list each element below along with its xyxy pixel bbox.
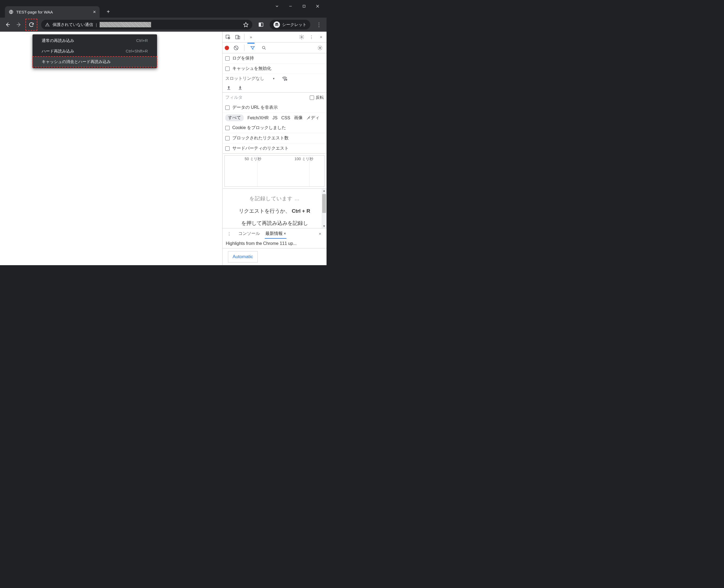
filter-all[interactable]: すべて (225, 114, 244, 121)
invert-checkbox[interactable]: 反転 (310, 95, 324, 100)
browser-menu-button[interactable]: ⋮ (314, 21, 324, 28)
throttling-label: スロットリングなし (225, 76, 264, 81)
incognito-badge[interactable]: シークレット (270, 20, 310, 29)
drawer-kebab-icon[interactable]: ⋮ (225, 229, 234, 238)
preserve-log-row[interactable]: ログを保持 (223, 53, 326, 64)
record-button[interactable] (225, 46, 229, 50)
ctx-normal-reload[interactable]: 通常の再読み込み Ctrl+R (33, 36, 157, 46)
filter-css[interactable]: CSS (281, 115, 290, 121)
titlebar: TEST-page for WAA × + (0, 0, 326, 18)
drawer-close-icon[interactable]: × (316, 229, 324, 238)
new-tab-button[interactable]: + (107, 9, 110, 15)
back-button[interactable] (3, 20, 13, 29)
browser-toolbar: 保護されていない通信 | シークレット ⋮ (0, 18, 326, 31)
panel-overflow-button[interactable]: » (247, 33, 255, 41)
har-import-export-row (223, 83, 326, 92)
bookmark-star-icon[interactable] (243, 22, 248, 27)
upload-icon[interactable] (226, 85, 231, 90)
ctx-empty-cache-hard-reload[interactable]: キャッシュの消去とハード再読み込み (33, 57, 157, 67)
timeline-overview[interactable]: 50 ミリ秒 100 ミリ秒 (223, 153, 326, 189)
network-conditions-icon[interactable] (282, 76, 287, 81)
dropdown-triangle-icon[interactable]: ▼ (273, 77, 275, 80)
filter-icon[interactable] (248, 44, 257, 52)
checkbox[interactable] (225, 136, 229, 141)
filter-fetch[interactable]: Fetch/XHR (247, 115, 268, 121)
side-panel-icon[interactable] (256, 20, 266, 29)
drawer-tab-whatsnew[interactable]: 最新情報× (265, 229, 286, 239)
minimize-button[interactable] (286, 2, 295, 10)
maximize-button[interactable] (300, 2, 308, 10)
svg-point-13 (284, 80, 285, 80)
search-icon[interactable] (260, 44, 268, 52)
close-icon[interactable]: × (284, 231, 286, 236)
svg-point-4 (275, 24, 277, 26)
blocked-cookies-row[interactable]: Cookie をブロックしました (223, 123, 326, 133)
settings-gear-icon[interactable] (297, 33, 306, 41)
device-toolbar-icon[interactable] (234, 33, 242, 41)
ctx-item-shortcut: Ctrl+R (136, 38, 148, 43)
svg-point-9 (301, 36, 302, 38)
drawer-tab-console[interactable]: コンソール (238, 229, 260, 239)
network-settings-gear-icon[interactable] (316, 44, 324, 52)
globe-icon (9, 9, 14, 14)
reload-button[interactable] (26, 20, 36, 29)
drawer-card-area: Automatic (223, 248, 326, 265)
filter-img[interactable]: 画像 (294, 115, 303, 121)
type-filter-row: すべて Fetch/XHR JS CSS 画像 メディ (223, 113, 326, 123)
address-bar[interactable]: 保護されていない通信 | (41, 20, 252, 29)
disable-cache-label: キャッシュを無効化 (232, 66, 271, 71)
blocked-requests-row[interactable]: ブロックされたリクエスト数 (223, 133, 326, 143)
invert-label: 反転 (316, 95, 324, 100)
clear-icon[interactable] (232, 44, 240, 52)
throttling-row[interactable]: スロットリングなし ▼ (223, 74, 326, 83)
browser-tab[interactable]: TEST-page for WAA × (5, 6, 100, 18)
ctx-hard-reload[interactable]: ハード再読み込み Ctrl+Shift+R (33, 46, 157, 57)
download-icon[interactable] (238, 85, 243, 90)
scrollbar[interactable]: ▲ ▼ (322, 189, 326, 228)
filter-row: フィルタ 反転 (223, 92, 326, 103)
svg-point-11 (262, 46, 265, 49)
third-party-row[interactable]: サードパーティのリクエスト (223, 143, 326, 153)
third-party-label: サードパーティのリクエスト (232, 146, 289, 151)
drawer-highlights: Highlights from the Chrome 111 up... (223, 239, 326, 248)
checkbox[interactable] (225, 106, 229, 110)
ctx-item-shortcut: Ctrl+Shift+R (126, 49, 148, 54)
svg-point-12 (320, 47, 321, 48)
placeholder-text: を押して再読み込みを記録し (223, 217, 326, 228)
disable-cache-row[interactable]: キャッシュを無効化 (223, 64, 326, 74)
drawer-card[interactable]: Automatic (228, 251, 258, 262)
content-area: 通常の再読み込み Ctrl+R ハード再読み込み Ctrl+Shift+R キャ… (0, 31, 326, 265)
ctx-item-label: キャッシュの消去とハード再読み込み (42, 59, 111, 64)
filter-js[interactable]: JS (273, 115, 278, 121)
devtools-close-icon[interactable]: × (317, 33, 325, 41)
svg-rect-16 (239, 89, 242, 90)
filter-input[interactable]: フィルタ (225, 95, 307, 100)
checkbox[interactable] (225, 126, 229, 130)
reload-context-menu: 通常の再読み込み Ctrl+R ハード再読み込み Ctrl+Shift+R キャ… (33, 34, 157, 68)
drawer-tabs: ⋮ コンソール 最新情報× × (223, 228, 326, 239)
hide-data-urls-label: データの URL を非表示 (232, 105, 278, 110)
warning-icon (45, 22, 50, 27)
inspect-element-icon[interactable] (224, 33, 232, 41)
tab-close-icon[interactable]: × (93, 9, 96, 15)
devtools-kebab-icon[interactable]: ⋮ (307, 33, 316, 41)
svg-point-5 (277, 24, 278, 26)
preserve-log-label: ログを保持 (232, 56, 254, 61)
placeholder-shortcut: Ctrl + R (292, 208, 310, 214)
reload-button-highlight (25, 19, 37, 30)
incognito-icon (274, 21, 280, 28)
chevron-down-icon[interactable] (273, 2, 281, 10)
checkbox[interactable] (310, 96, 314, 100)
svg-rect-3 (259, 23, 261, 26)
toolbar-right: シークレット ⋮ (256, 20, 324, 29)
placeholder-truncated: を記録しています … (223, 192, 326, 205)
checkbox[interactable] (225, 56, 229, 61)
forward-button[interactable] (14, 20, 24, 29)
checkbox[interactable] (225, 146, 229, 151)
close-window-button[interactable] (314, 2, 322, 10)
filter-media[interactable]: メディ (306, 115, 320, 121)
window-controls (268, 0, 326, 13)
checkbox[interactable] (225, 67, 229, 71)
hide-data-urls-row[interactable]: データの URL を非表示 (223, 103, 326, 113)
scrollbar-thumb[interactable] (322, 194, 326, 213)
